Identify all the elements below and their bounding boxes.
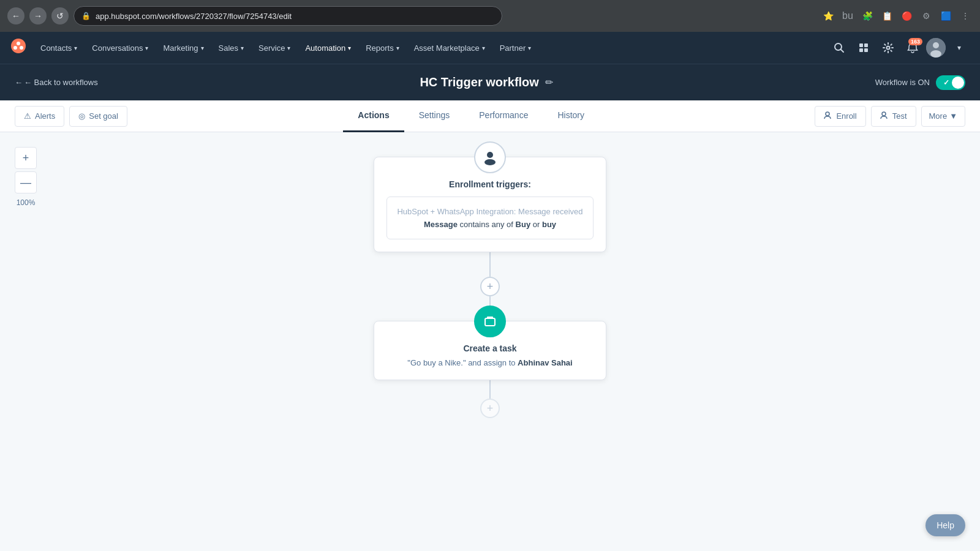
ext1-icon[interactable]: bu <box>840 9 855 23</box>
marketing-chevron-icon: ▾ <box>201 45 204 51</box>
tab-performance[interactable]: Performance <box>464 100 543 132</box>
svg-line-4 <box>841 50 844 53</box>
nav-service[interactable]: Service ▾ <box>252 40 296 56</box>
nav-sales[interactable]: Sales ▾ <box>213 40 251 56</box>
svg-point-13 <box>826 112 829 116</box>
hubspot-logo[interactable] <box>10 37 27 58</box>
action-node-create-task[interactable]: Create a task "Go buy a Nike." and assig… <box>374 321 606 380</box>
nav-marketing[interactable]: Marketing ▾ <box>157 40 209 56</box>
svg-point-2 <box>20 46 23 50</box>
nav-asset-marketplace[interactable]: Asset Marketplace ▾ <box>408 40 491 56</box>
tab-settings[interactable]: Settings <box>404 100 465 132</box>
test-button[interactable]: Test <box>871 106 916 127</box>
workflow-toggle[interactable]: ✓ <box>936 75 965 90</box>
enroll-icon <box>824 111 832 121</box>
more-button[interactable]: More ▼ <box>921 106 966 127</box>
svg-rect-7 <box>859 48 863 52</box>
nav-reports[interactable]: Reports ▾ <box>360 40 405 56</box>
sales-chevron-icon: ▾ <box>241 45 244 51</box>
service-chevron-icon: ▾ <box>287 45 290 51</box>
address-bar[interactable]: 🔒 app.hubspot.com/workflows/2720327/flow… <box>74 6 502 26</box>
trigger-details: HubSpot + WhatsApp Integration: Message … <box>386 197 594 239</box>
subnav-right-actions: Enroll Test More ▼ <box>815 106 965 127</box>
browser-chrome: ← → ↺ 🔒 app.hubspot.com/workflows/272032… <box>0 0 980 32</box>
user-avatar[interactable] <box>926 38 946 58</box>
notifications-button[interactable]: 163 <box>902 37 924 59</box>
browser-icons: ⭐ bu 🧩 📋 🔴 ⚙ 🟦 ⋮ <box>821 9 973 23</box>
nav-conversations[interactable]: Conversations ▾ <box>86 40 154 56</box>
svg-rect-5 <box>859 43 863 47</box>
notification-count: 163 <box>908 38 922 45</box>
automation-chevron-icon: ▾ <box>348 45 351 51</box>
workflow-header: ← ← Back to workflows HC Trigger workflo… <box>0 64 980 100</box>
toggle-knob <box>952 77 964 89</box>
marketplace-button[interactable] <box>853 37 875 59</box>
ext6-icon[interactable]: 🟦 <box>938 9 953 23</box>
trigger-source: HubSpot + WhatsApp Integration: Message … <box>397 207 583 216</box>
ext4-icon[interactable]: 🔴 <box>899 9 914 23</box>
test-icon <box>880 111 889 121</box>
svg-point-9 <box>887 47 890 50</box>
connector-section-2: + <box>480 380 500 418</box>
edit-workflow-title-button[interactable]: ✏ <box>545 77 553 88</box>
toggle-check-icon: ✓ <box>943 78 949 87</box>
trigger-node[interactable]: Enrollment triggers: HubSpot + WhatsApp … <box>374 157 606 252</box>
svg-point-15 <box>487 152 493 158</box>
zoom-controls: + — 100% <box>15 147 37 207</box>
svg-rect-8 <box>864 48 868 52</box>
add-step-button-1[interactable]: + <box>480 277 500 296</box>
settings-button[interactable] <box>877 37 899 59</box>
help-button[interactable]: Help <box>925 514 965 536</box>
add-step-button-2[interactable]: + <box>480 399 500 418</box>
condition-verb: contains any of <box>459 220 513 229</box>
nav-partner[interactable]: Partner ▾ <box>494 40 538 56</box>
lock-icon: 🔒 <box>81 12 91 20</box>
zoom-out-button[interactable]: — <box>15 171 37 193</box>
more-icon[interactable]: ⋮ <box>958 9 973 23</box>
ext2-icon[interactable]: 🧩 <box>860 9 875 23</box>
set-goal-button[interactable]: ◎ Set goal <box>69 106 127 127</box>
trigger-condition: Message contains any of Buy or buy <box>397 220 583 229</box>
asset-marketplace-chevron-icon: ▾ <box>482 45 485 51</box>
alerts-button[interactable]: ⚠ Alerts <box>15 106 64 127</box>
contacts-chevron-icon: ▾ <box>74 45 77 51</box>
action-node-description: "Go buy a Nike." and assign to Abhinav S… <box>386 358 594 367</box>
condition-keyword-message: Message <box>424 220 458 229</box>
condition-or-text: or <box>533 220 540 229</box>
tab-actions[interactable]: Actions <box>343 100 404 132</box>
workflow-subnav: ⚠ Alerts ◎ Set goal Actions Settings Per… <box>0 100 980 132</box>
zoom-level: 100% <box>15 198 37 207</box>
partner-chevron-icon: ▾ <box>528 45 531 51</box>
url-text: app.hubspot.com/workflows/2720327/flow/7… <box>96 12 292 21</box>
zoom-in-button[interactable]: + <box>15 147 37 169</box>
more-dropdown-icon: ▼ <box>949 111 957 121</box>
workflow-title-area: HC Trigger workflow ✏ <box>98 75 875 89</box>
forward-button[interactable]: → <box>29 7 47 24</box>
nav-contacts[interactable]: Contacts ▾ <box>34 40 83 56</box>
back-button[interactable]: ← <box>7 7 24 24</box>
reload-button[interactable]: ↺ <box>51 7 69 24</box>
search-button[interactable] <box>828 37 850 59</box>
enroll-button[interactable]: Enroll <box>815 106 865 127</box>
set-goal-icon: ◎ <box>78 111 85 121</box>
conversations-chevron-icon: ▾ <box>145 45 148 51</box>
svg-point-14 <box>882 112 886 116</box>
workflow-flow: Enrollment triggers: HubSpot + WhatsApp … <box>0 132 980 443</box>
subnav-left-actions: ⚠ Alerts ◎ Set goal <box>15 106 127 127</box>
top-navigation: Contacts ▾ Conversations ▾ Marketing ▾ S… <box>0 32 980 64</box>
workflow-status-label: Workflow is ON <box>875 78 930 87</box>
ext5-icon[interactable]: ⚙ <box>919 9 933 23</box>
condition-keyword-buy: buy <box>542 220 556 229</box>
action-assignee: Abhinav Sahai <box>518 358 573 367</box>
back-to-workflows-link[interactable]: ← ← Back to workflows <box>15 78 98 87</box>
back-arrow-icon: ← <box>15 78 23 87</box>
reports-chevron-icon: ▾ <box>396 45 399 51</box>
trigger-node-icon <box>474 141 506 173</box>
account-dropdown-button[interactable]: ▾ <box>948 37 970 59</box>
tab-history[interactable]: History <box>543 100 599 132</box>
bookmark-icon[interactable]: ⭐ <box>821 9 835 23</box>
trigger-title: Enrollment triggers: <box>386 179 594 189</box>
nav-automation[interactable]: Automation ▾ <box>299 40 357 56</box>
ext3-icon[interactable]: 📋 <box>880 9 894 23</box>
svg-rect-6 <box>864 43 868 47</box>
